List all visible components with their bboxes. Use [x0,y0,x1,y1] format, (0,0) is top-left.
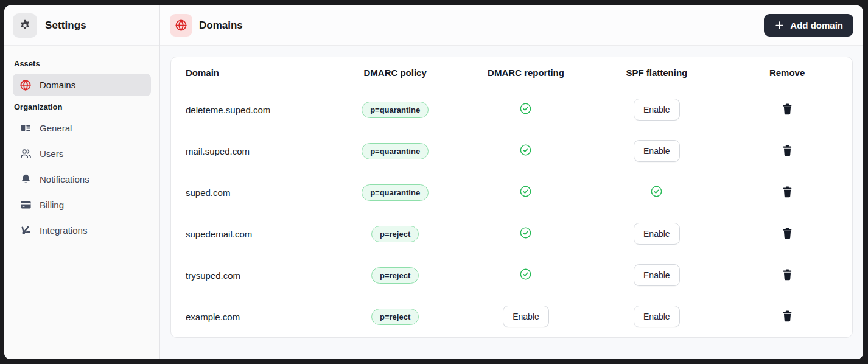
sidebar-item-label: Billing [40,200,64,210]
spf-flattening-check-icon [650,185,663,198]
add-domain-label: Add domain [790,20,843,30]
integrations-icon [19,225,32,237]
sidebar-item-domains[interactable]: Domains [13,74,151,96]
sidebar-item-label: General [40,123,72,133]
trash-icon [782,232,793,241]
bell-icon [19,173,32,186]
table-row: mail.suped.comp=quarantineEnable [171,130,852,172]
sidebar-item-label: Users [40,149,63,159]
table-header-row: Domain DMARC policy DMARC reporting SPF … [171,57,852,89]
spf-flattening-enable-button[interactable]: Enable [634,223,680,245]
domain-name: suped.com [171,172,330,213]
billing-icon [19,199,32,211]
globe-icon [19,79,32,91]
trash-icon [782,315,793,324]
dmarc-policy-badge: p=quarantine [362,184,429,201]
trash-icon [782,108,793,117]
sidebar-item-users[interactable]: Users [13,142,151,165]
remove-domain-button[interactable] [781,226,794,240]
col-header-dmarc-policy: DMARC policy [330,57,461,89]
col-header-spf-flattening: SPF flattening [591,57,722,89]
table-row: trysuped.comp=rejectEnable [171,254,852,296]
remove-domain-button[interactable] [781,268,794,282]
dmarc-policy-badge: p=reject [371,309,419,325]
remove-domain-button[interactable] [781,309,794,323]
domain-name: trysuped.com [171,254,330,296]
dmarc-policy-badge: p=quarantine [362,143,429,159]
dmarc-reporting-check-icon [519,144,532,156]
dmarc-reporting-check-icon [519,185,532,198]
spf-flattening-enable-button[interactable]: Enable [634,264,680,286]
domains-table: Domain DMARC policy DMARC reporting SPF … [171,57,852,337]
sidebar-item-label: Notifications [40,174,89,184]
dmarc-policy-badge: p=reject [371,267,419,284]
col-header-remove: Remove [722,57,852,89]
domains-table-card: Domain DMARC policy DMARC reporting SPF … [170,57,853,338]
sidebar-item-label: Integrations [40,225,87,236]
sidebar-item-billing[interactable]: Billing [13,194,151,216]
dmarc-reporting-check-icon [519,226,532,239]
dmarc-reporting-enable-button[interactable]: Enable [503,306,549,327]
users-icon [19,148,32,160]
domain-name: example.com [171,296,330,337]
add-domain-button[interactable]: Add domain [764,14,853,37]
remove-domain-button[interactable] [781,102,794,116]
dmarc-policy-badge: p=reject [371,226,419,242]
domain-name: deleteme.suped.com [171,89,330,130]
globe-icon [170,14,192,37]
domain-name: mail.suped.com [171,130,330,172]
main-panel: Domains Add domain Domain DM [160,5,863,359]
trash-icon [782,273,793,282]
spf-flattening-enable-button[interactable]: Enable [634,99,680,121]
col-header-dmarc-reporting: DMARC reporting [461,57,592,89]
table-row: suped.comp=quarantine [171,172,852,213]
dmarc-policy-badge: p=quarantine [362,102,429,118]
section-label-organization: Organization [14,102,150,111]
spf-flattening-enable-button[interactable]: Enable [634,306,680,327]
sidebar-item-label: Domains [40,80,75,90]
remove-domain-button[interactable] [781,185,794,199]
spf-flattening-enable-button[interactable]: Enable [634,140,680,162]
section-label-assets: Assets [14,59,150,68]
settings-sidebar: Settings Assets Domains Organization Gen… [4,5,160,359]
remove-domain-button[interactable] [781,144,794,158]
plus-icon [774,20,785,30]
sidebar-header: Settings [4,5,159,46]
content-area: Domain DMARC policy DMARC reporting SPF … [160,46,863,359]
dmarc-reporting-check-icon [519,102,532,115]
domain-name: supedemail.com [171,213,330,254]
sidebar-item-integrations[interactable]: Integrations [13,219,151,242]
page-title: Domains [199,19,243,32]
main-header: Domains Add domain [160,5,863,46]
sidebar-nav: Assets Domains Organization General User… [4,46,159,252]
table-row: example.comp=rejectEnableEnable [171,296,852,337]
dmarc-reporting-check-icon [519,268,532,281]
trash-icon [782,149,793,158]
col-header-domain: Domain [171,57,330,89]
table-row: supedemail.comp=rejectEnable [171,213,852,254]
sidebar-item-notifications[interactable]: Notifications [13,168,151,191]
table-row: deleteme.suped.comp=quarantineEnable [171,89,852,130]
sidebar-title: Settings [45,19,86,32]
gear-icon [13,13,37,38]
trash-icon [782,191,793,200]
sidebar-item-general[interactable]: General [13,117,151,139]
app-window: Settings Assets Domains Organization Gen… [4,5,863,359]
general-icon [19,122,32,135]
